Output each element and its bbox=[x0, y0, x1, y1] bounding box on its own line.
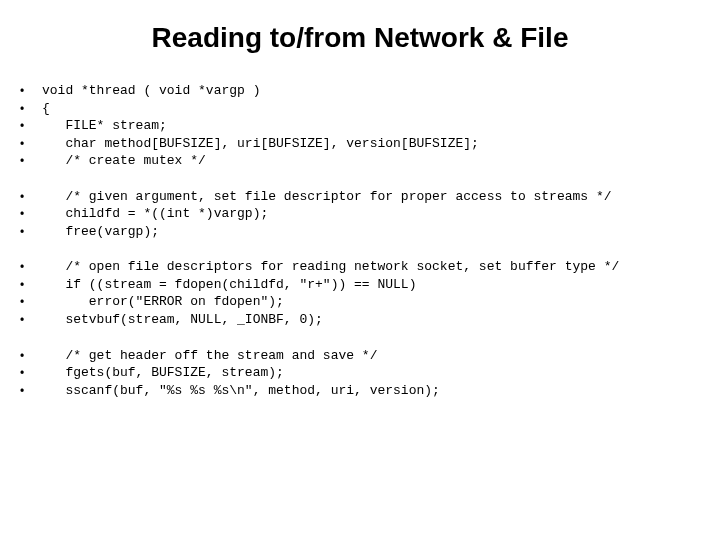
bullet-icon: • bbox=[20, 276, 42, 293]
code-text: char method[BUFSIZE], uri[BUFSIZE], vers… bbox=[42, 135, 479, 153]
code-text: free(vargp); bbox=[42, 223, 159, 241]
slide: Reading to/from Network & File •void *th… bbox=[0, 0, 720, 540]
code-line: • if ((stream = fdopen(childfd, "r+")) =… bbox=[20, 276, 700, 294]
code-text: setvbuf(stream, NULL, _IONBF, 0); bbox=[42, 311, 323, 329]
code-line: • fgets(buf, BUFSIZE, stream); bbox=[20, 364, 700, 382]
bullet-icon: • bbox=[20, 293, 42, 310]
code-text: error("ERROR on fdopen"); bbox=[42, 293, 284, 311]
code-text: { bbox=[42, 100, 50, 118]
code-text: FILE* stream; bbox=[42, 117, 167, 135]
code-line: • error("ERROR on fdopen"); bbox=[20, 293, 700, 311]
code-text: if ((stream = fdopen(childfd, "r+")) == … bbox=[42, 276, 416, 294]
code-group-3: • /* get header off the stream and save … bbox=[20, 347, 700, 400]
bullet-icon: • bbox=[20, 382, 42, 399]
code-text: /* given argument, set file descriptor f… bbox=[42, 188, 612, 206]
code-line: • /* create mutex */ bbox=[20, 152, 700, 170]
code-line: •void *thread ( void *vargp ) bbox=[20, 82, 700, 100]
code-line: • setvbuf(stream, NULL, _IONBF, 0); bbox=[20, 311, 700, 329]
code-text: /* open file descriptors for reading net… bbox=[42, 258, 619, 276]
bullet-icon: • bbox=[20, 135, 42, 152]
code-group-1: • /* given argument, set file descriptor… bbox=[20, 188, 700, 241]
code-line: • /* given argument, set file descriptor… bbox=[20, 188, 700, 206]
code-text: void *thread ( void *vargp ) bbox=[42, 82, 260, 100]
code-group-0: •void *thread ( void *vargp ) •{ • FILE*… bbox=[20, 82, 700, 170]
code-text: childfd = *((int *)vargp); bbox=[42, 205, 268, 223]
code-line: • FILE* stream; bbox=[20, 117, 700, 135]
bullet-icon: • bbox=[20, 258, 42, 275]
code-line: • /* open file descriptors for reading n… bbox=[20, 258, 700, 276]
code-text: /* create mutex */ bbox=[42, 152, 206, 170]
code-line: • childfd = *((int *)vargp); bbox=[20, 205, 700, 223]
code-text: sscanf(buf, "%s %s %s\n", method, uri, v… bbox=[42, 382, 440, 400]
code-line: • /* get header off the stream and save … bbox=[20, 347, 700, 365]
bullet-icon: • bbox=[20, 347, 42, 364]
bullet-icon: • bbox=[20, 188, 42, 205]
code-group-2: • /* open file descriptors for reading n… bbox=[20, 258, 700, 328]
code-text: /* get header off the stream and save */ bbox=[42, 347, 377, 365]
code-line: •{ bbox=[20, 100, 700, 118]
bullet-icon: • bbox=[20, 82, 42, 99]
code-line: • free(vargp); bbox=[20, 223, 700, 241]
bullet-icon: • bbox=[20, 223, 42, 240]
bullet-icon: • bbox=[20, 205, 42, 222]
bullet-icon: • bbox=[20, 117, 42, 134]
slide-title: Reading to/from Network & File bbox=[20, 22, 700, 54]
code-line: • char method[BUFSIZE], uri[BUFSIZE], ve… bbox=[20, 135, 700, 153]
code-line: • sscanf(buf, "%s %s %s\n", method, uri,… bbox=[20, 382, 700, 400]
bullet-icon: • bbox=[20, 364, 42, 381]
bullet-icon: • bbox=[20, 100, 42, 117]
code-text: fgets(buf, BUFSIZE, stream); bbox=[42, 364, 284, 382]
bullet-icon: • bbox=[20, 152, 42, 169]
bullet-icon: • bbox=[20, 311, 42, 328]
